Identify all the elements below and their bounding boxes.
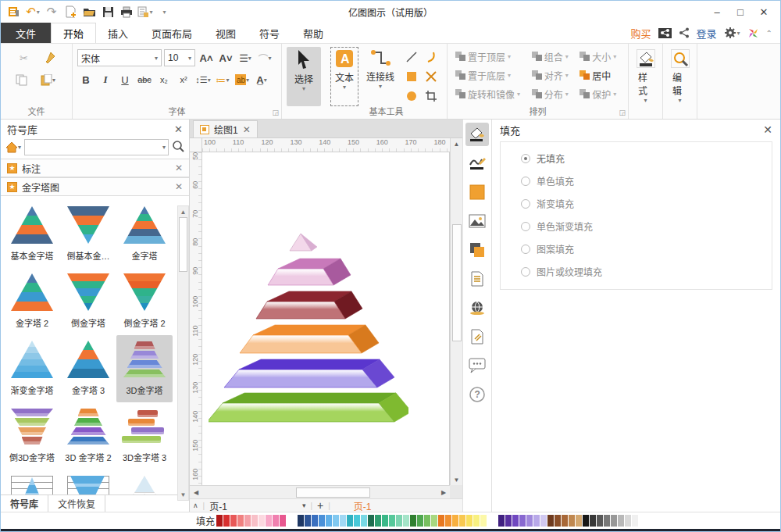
text-tool-button[interactable]: A 文本▾ [330,47,358,106]
crop-tool-icon[interactable] [422,87,440,105]
color-swatch[interactable] [223,515,230,527]
symbol-基本金字塔[interactable]: 基本金字塔 [4,201,60,268]
page-name[interactable]: 页-1 [209,499,227,512]
symbol-渐变金字塔[interactable]: 渐变金字塔 [4,335,60,402]
subscript-icon[interactable]: x₂ [155,71,173,88]
color-swatch[interactable] [280,515,286,527]
italic-icon[interactable]: I [97,71,114,88]
menu-tab-符号[interactable]: 符号 [248,23,291,43]
fill-option-渐变填充[interactable]: 渐变填充 [521,197,772,210]
scroll-down-icon[interactable]: ▼ [178,489,188,500]
font-family-select[interactable]: 宋体▾ [77,49,162,66]
scroll-up-icon[interactable]: ▲ [451,138,463,149]
symbol-倒3D金字塔[interactable]: 倒3D金字塔 [4,402,60,470]
arrange-组合[interactable]: 组合▾ [529,47,576,66]
underline-icon[interactable]: U [116,71,134,88]
arrange-置于底层[interactable]: 置于底层▾ [452,66,527,84]
strikethrough-icon[interactable]: abc [136,71,153,88]
symbol-金字塔[interactable]: 金字塔 [116,201,173,268]
library-section-pyramid[interactable]: ★ 金字塔图 ✕ [1,177,189,196]
edit-button[interactable]: 编辑▾ [668,47,692,106]
color-swatch[interactable] [498,515,505,527]
fill-option-图案填充[interactable]: 图案填充 [521,242,772,255]
file-menu-button[interactable]: 文件 [1,23,51,43]
document-tab-close-icon[interactable]: ✕ [243,124,251,135]
search-icon[interactable] [172,140,184,155]
color-swatch[interactable] [632,515,638,527]
scroll-up-icon[interactable]: ▲ [178,206,188,217]
minimize-button[interactable]: – [705,3,729,20]
color-swatch[interactable] [540,515,547,527]
arrange-大小[interactable]: 大小▾ [576,47,623,66]
font-size-select[interactable]: 10▾ [164,49,195,66]
line-tool-icon[interactable] [402,48,421,66]
comment-tool-icon[interactable] [465,354,489,377]
color-swatch[interactable] [445,515,451,527]
style-button[interactable]: 样式▾ [633,47,658,106]
color-swatch[interactable] [533,515,540,527]
pyramid-drawing[interactable] [209,226,408,423]
cut-icon[interactable]: ✂ [16,49,33,66]
arc-text-icon[interactable]: ⌒▾ [256,49,273,66]
color-swatch[interactable] [375,515,381,527]
fill-option-单色渐变填充[interactable]: 单色渐变填充 [521,220,772,233]
attachment-tool-icon[interactable] [465,325,489,348]
arrange-分布[interactable]: 分布▾ [529,84,576,103]
scrollbar-thumb[interactable] [179,217,187,272]
paste-icon[interactable]: ▾ [37,71,60,88]
color-swatch[interactable] [505,515,512,527]
quick-access-menu-button[interactable]: ▾ [137,4,154,20]
save-button[interactable] [99,4,116,20]
color-swatch[interactable] [251,515,258,527]
collapse-ribbon-icon[interactable]: ⌃ [766,29,772,37]
select-tool-button[interactable]: 选择 ▾ [287,47,321,106]
share-icon[interactable] [679,27,690,38]
color-swatch[interactable] [431,515,437,527]
arrange-居中[interactable]: 居中 [576,66,623,84]
bullet-list-icon[interactable]: ≔▾ [214,71,231,88]
arrange-对齐[interactable]: 对齐▾ [529,66,576,84]
color-swatch[interactable] [604,515,610,527]
arrange-旋转和镜像[interactable]: 旋转和镜像▾ [452,84,527,103]
settings-gear-icon[interactable]: ▾ [724,27,740,39]
color-swatch[interactable] [340,515,346,527]
format-painter-icon[interactable] [41,49,58,66]
color-swatch[interactable] [512,515,519,527]
menu-tab-插入[interactable]: 插入 [96,23,140,43]
symbol-library-close-icon[interactable]: ✕ [174,123,183,135]
fill-option-无填充[interactable]: 无填充 [521,152,772,165]
notes-tool-icon[interactable] [465,267,489,291]
symbol-grid-scrollbar[interactable]: ▲ ▼ [177,205,189,501]
color-swatch[interactable] [459,515,465,527]
color-swatch[interactable] [298,515,304,527]
color-swatch[interactable] [438,515,444,527]
color-swatch[interactable] [237,515,244,527]
arrange-保护[interactable]: 保护▾ [576,84,623,103]
color-swatch[interactable] [417,515,423,527]
scroll-left-icon[interactable]: ◀ [190,487,202,498]
help-icon[interactable]: ? [465,383,489,406]
color-swatch[interactable] [305,515,311,527]
color-swatch[interactable] [424,515,430,527]
canvas-vertical-scrollbar[interactable]: ▲ ▼ [450,138,462,485]
scroll-down-icon[interactable]: ▼ [451,474,463,485]
sidebar-tab-文件恢复[interactable]: 文件恢复 [48,495,105,512]
sidebar-tab-符号库[interactable]: 符号库 [1,495,48,512]
color-swatch[interactable] [466,515,473,527]
color-swatch[interactable] [480,515,487,527]
login-link[interactable]: 登录 [697,26,717,41]
canvas-horizontal-scrollbar[interactable]: ◀ ▶ [190,485,450,498]
arrange-dialog-launcher-icon[interactable]: ◲ [619,109,626,116]
maximize-button[interactable]: □ [729,3,752,20]
increase-font-icon[interactable]: A˄ [198,49,215,66]
symbol-3D金字塔[interactable]: 3D金字塔 [116,335,173,402]
scrollbar-thumb[interactable] [296,487,370,498]
symbol-3D金字塔 3[interactable]: 3D金字塔 3 [116,402,173,470]
color-swatch[interactable] [368,515,374,527]
decrease-font-icon[interactable]: A˅ [217,49,234,66]
color-swatch[interactable] [354,515,360,527]
copy-icon[interactable] [13,71,30,88]
fill-tool-icon[interactable] [465,123,489,146]
symbol-倒基本金…[interactable]: 倒基本金… [60,201,116,268]
search-history-caret-icon[interactable]: ▾ [162,144,168,151]
